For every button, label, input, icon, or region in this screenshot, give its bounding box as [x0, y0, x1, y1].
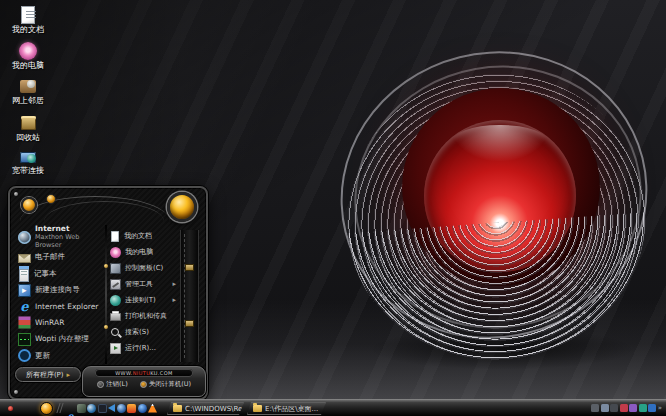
- startmenu-item-search[interactable]: 搜索(S): [110, 324, 176, 340]
- item-label: WinRAR: [35, 318, 64, 327]
- desktop-icon-my-computer[interactable]: 我的电脑: [4, 41, 52, 70]
- badge-highlight: NIUTU: [133, 370, 151, 376]
- startmenu-item-run[interactable]: 运行(R)...: [110, 340, 176, 356]
- amber-orb-tiny: [46, 194, 56, 204]
- all-programs-button[interactable]: 所有程序(P) ▸: [15, 367, 81, 382]
- documents-icon: [111, 231, 119, 242]
- admin-tools-icon: [110, 279, 121, 290]
- maxthon-icon: [18, 231, 31, 244]
- desktop-icon-label: 宽带连接: [4, 166, 52, 175]
- quicklaunch-show-desktop-icon[interactable]: [77, 404, 86, 413]
- start-button[interactable]: [40, 402, 53, 415]
- desktop-icon-network-places[interactable]: 网上邻居: [4, 77, 52, 105]
- wopti-icon: [18, 333, 31, 346]
- desktop-icon-broadband[interactable]: 宽带连接: [4, 149, 52, 175]
- run-icon: [110, 343, 121, 354]
- startmenu-item-email[interactable]: 电子邮件: [18, 249, 102, 265]
- rivet: [14, 192, 18, 196]
- quicklaunch-funshion-icon[interactable]: [127, 404, 136, 413]
- startmenu-item-update[interactable]: 更新: [18, 348, 102, 364]
- submenu-arrow-icon: ▸: [172, 296, 176, 304]
- startmenu-item-connect-to[interactable]: 连接到(T) ▸: [110, 292, 176, 308]
- turn-off-icon: [140, 381, 147, 388]
- turn-off-label: 关闭计算机(U): [149, 380, 191, 389]
- desktop-icon-recycle-bin[interactable]: 回收站: [4, 113, 52, 142]
- item-label: 控制面板(C): [125, 263, 163, 273]
- connect-to-icon: [110, 295, 121, 306]
- tray-icon-1[interactable]: [591, 404, 599, 412]
- tray-icon-6[interactable]: [639, 404, 647, 412]
- task-button-label: C:\WINDOWS\Res...: [185, 405, 244, 413]
- item-label: Internet: [35, 225, 102, 233]
- quicklaunch-qq-icon[interactable]: [138, 404, 147, 413]
- taskbar-emblem-icon: [8, 406, 13, 411]
- start-menu: Internet Maxthon Web Browser 电子邮件 记事本 新建…: [8, 186, 208, 400]
- quicklaunch-media-player-icon[interactable]: [98, 404, 107, 413]
- startmenu-item-connection-wizard[interactable]: 新建连接向导: [18, 282, 102, 298]
- item-label: 运行(R)...: [125, 343, 156, 353]
- item-label: 管理工具: [125, 279, 153, 289]
- quicklaunch-internet-explorer-icon[interactable]: [66, 404, 75, 413]
- startmenu-item-my-documents[interactable]: 我的文档: [110, 228, 176, 244]
- desktop-icon-my-documents[interactable]: 我的文档: [4, 5, 52, 34]
- item-label: 打印机和传真: [125, 311, 167, 321]
- log-off-icon: [97, 381, 104, 388]
- startmenu-item-winrar[interactable]: WinRAR: [18, 315, 102, 331]
- update-icon: [18, 349, 31, 362]
- email-icon: [18, 254, 31, 263]
- start-menu-left-column: Internet Maxthon Web Browser 电子邮件 记事本 新建…: [18, 225, 102, 364]
- rivet: [14, 390, 18, 394]
- amber-orb-small: [21, 197, 37, 213]
- startmenu-item-admin-tools[interactable]: 管理工具 ▸: [110, 276, 176, 292]
- belt-buckle: [185, 264, 194, 271]
- desktop-icon-label: 回收站: [4, 133, 52, 142]
- broadband-connection-icon: [20, 152, 36, 163]
- item-label: Wopti 内存整理: [35, 334, 89, 344]
- log-off-button[interactable]: 注销(L): [97, 380, 128, 389]
- folder-icon: [173, 405, 182, 412]
- desktop-icon-label: 我的电脑: [4, 61, 52, 70]
- quicklaunch-back-arrow-icon[interactable]: [108, 404, 115, 412]
- amber-orb-large: [167, 192, 197, 222]
- my-computer-icon: [19, 42, 37, 60]
- startmenu-item-my-computer[interactable]: 我的电脑: [110, 244, 176, 260]
- startmenu-item-internet[interactable]: Internet Maxthon Web Browser: [18, 225, 102, 249]
- turn-off-button[interactable]: 关闭计算机(U): [140, 380, 191, 389]
- item-label: 新建连接向导: [35, 285, 80, 295]
- internet-explorer-icon: [18, 300, 31, 313]
- task-button-works-folder[interactable]: E:\作品区\桌面...: [247, 402, 326, 415]
- submenu-arrow-icon: ▸: [172, 280, 176, 288]
- startmenu-item-wopti[interactable]: Wopti 内存整理: [18, 331, 102, 347]
- tray-icon-7[interactable]: [648, 404, 656, 412]
- badge-suffix: KU.COM: [150, 370, 173, 376]
- task-button-label: E:\作品区\桌面...: [265, 404, 318, 414]
- quicklaunch-vlc-icon[interactable]: [148, 404, 157, 413]
- connection-wizard-icon: [18, 284, 31, 297]
- startmenu-item-control-panel[interactable]: 控制面板(C): [110, 260, 176, 276]
- startmenu-item-notepad[interactable]: 记事本: [18, 265, 102, 281]
- tray-icon-3[interactable]: [610, 404, 618, 412]
- task-button-windows-folder[interactable]: C:\WINDOWS\Res...: [167, 402, 244, 415]
- startmenu-item-printers[interactable]: 打印机和传真: [110, 308, 176, 324]
- recycle-bin-icon: [21, 116, 36, 130]
- all-programs-label: 所有程序(P): [26, 370, 64, 380]
- folder-icon: [253, 405, 262, 412]
- desktop-icon-label: 网上邻居: [4, 96, 52, 105]
- item-label: Internet Explorer: [35, 302, 98, 311]
- my-documents-icon: [21, 6, 35, 24]
- printers-icon: [110, 313, 121, 321]
- item-label: 搜索(S): [125, 327, 149, 337]
- quicklaunch-thunder-icon[interactable]: [117, 404, 126, 413]
- tray-icon-5[interactable]: [629, 404, 637, 412]
- search-icon: [110, 327, 121, 338]
- item-label: 我的电脑: [125, 247, 153, 257]
- tray-icon-2[interactable]: [601, 404, 609, 412]
- start-menu-right-column: 我的文档 我的电脑 控制面板(C) 管理工具 ▸ 连接到(T): [110, 225, 176, 364]
- belt-buckle: [185, 320, 194, 327]
- taskbar: C:\WINDOWS\Res... E:\作品区\桌面... »: [0, 399, 666, 416]
- log-off-label: 注销(L): [106, 380, 128, 389]
- quicklaunch-maxthon-icon[interactable]: [87, 404, 96, 413]
- tray-icon-4[interactable]: [620, 404, 628, 412]
- startmenu-item-internet-explorer[interactable]: Internet Explorer: [18, 298, 102, 314]
- tray-expand-icon[interactable]: »: [658, 404, 662, 412]
